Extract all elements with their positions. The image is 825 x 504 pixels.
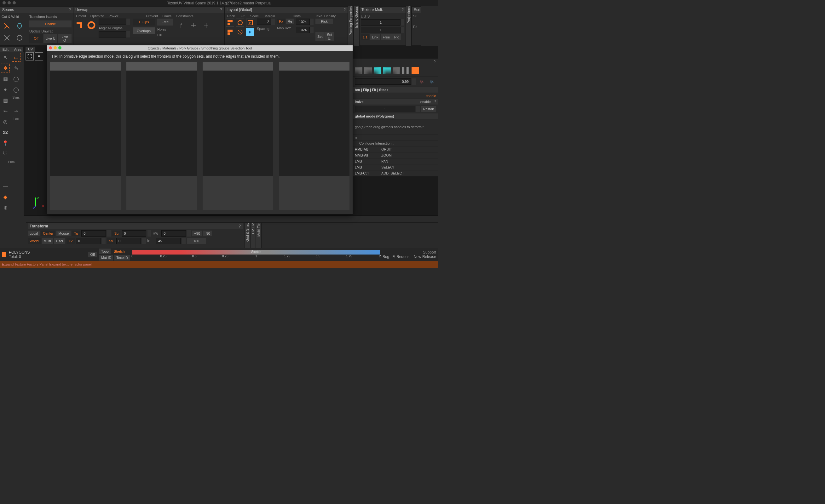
help-icon[interactable]: ? <box>434 60 436 64</box>
island-mode-icon[interactable]: ⊕ <box>1 203 10 212</box>
center-button[interactable]: Center <box>41 231 55 236</box>
dialog-traffic-lights[interactable] <box>49 46 62 50</box>
off-button[interactable]: Off <box>29 34 43 43</box>
pin-icon[interactable]: 📍 <box>1 139 10 148</box>
res2-input[interactable]: 1024 <box>296 27 310 33</box>
enable-button[interactable]: Enable <box>29 20 72 27</box>
circle-sel-icon[interactable]: ◯ <box>12 74 20 83</box>
sphere-icon[interactable]: ● <box>1 85 10 94</box>
packing-properties-tab[interactable]: Packing Properties <box>348 6 354 46</box>
tv-spin[interactable] <box>102 238 105 244</box>
dialog-col-polygroups[interactable] <box>203 62 273 210</box>
tex-spinner1[interactable] <box>400 19 404 25</box>
su-button[interactable]: Su <box>112 231 121 236</box>
auto-seams-icon[interactable] <box>3 33 11 42</box>
scale-icon-2[interactable]: P <box>246 28 254 36</box>
in-input[interactable]: 45 <box>156 238 180 244</box>
bug-link[interactable]: Bug <box>383 255 389 259</box>
grid-preset-1[interactable] <box>355 67 362 74</box>
uv-tab[interactable]: UV <box>25 47 35 52</box>
tu-input[interactable]: 0 <box>81 230 106 237</box>
help-icon[interactable]: ? <box>220 7 222 13</box>
texmult-2[interactable]: 1 <box>361 27 400 33</box>
user-button[interactable]: User <box>54 238 65 244</box>
constraint-v-icon[interactable] <box>202 21 211 29</box>
stretch-button[interactable]: Stretch <box>112 249 127 254</box>
poly-mode-icon[interactable]: ◆ <box>1 192 10 201</box>
dialog-titlebar[interactable]: Objects / Materials / Poly Groups / Smoo… <box>47 46 353 51</box>
one-spinner[interactable] <box>416 106 420 112</box>
weld-icon[interactable] <box>15 21 24 30</box>
edge-mode-icon[interactable]: — <box>1 182 10 190</box>
grid-snap-tab[interactable]: Grid & Snap <box>244 223 250 248</box>
shield-icon[interactable]: 🛡 <box>1 149 10 158</box>
configure-interaction[interactable]: Configure Interaction... <box>353 141 438 147</box>
help-icon[interactable]: ? <box>238 223 241 229</box>
grid-preset-6[interactable] <box>402 67 410 74</box>
help-icon[interactable]: ? <box>344 7 346 13</box>
rw-input[interactable]: 0 <box>161 230 186 237</box>
pic-button[interactable]: Pic <box>392 34 401 40</box>
unfold-icon[interactable] <box>75 20 84 30</box>
pick-button[interactable]: Pick <box>315 19 333 24</box>
pack-icon-1[interactable] <box>226 19 234 27</box>
grid-icon[interactable]: ▦ <box>1 74 10 83</box>
sym-label[interactable]: Sym. <box>12 96 20 104</box>
free-button[interactable]: Free <box>157 19 173 25</box>
free-tex-button[interactable]: Free <box>381 34 392 40</box>
sv-input[interactable]: 0 <box>116 238 141 244</box>
set-button[interactable]: Set <box>315 32 324 41</box>
tv-input[interactable]: 0 <box>76 238 100 244</box>
live-u-button[interactable]: Live U <box>44 34 57 43</box>
overlaps-button[interactable]: Overlaps <box>133 27 155 34</box>
frame-all-icon[interactable]: ⛶ <box>25 52 34 61</box>
power-spinner[interactable] <box>126 19 130 25</box>
uv-tile-tab[interactable]: UV Tile <box>250 223 256 248</box>
tflips-button[interactable]: T Flips <box>133 19 155 25</box>
area-tab[interactable]: Area <box>12 46 24 52</box>
constraint-h-icon[interactable] <box>189 21 198 29</box>
scale-icon-1[interactable]: P <box>246 19 254 27</box>
world-button[interactable]: World <box>28 238 41 244</box>
enable2[interactable]: enable <box>421 100 431 104</box>
x2-button[interactable]: x2 <box>1 128 10 137</box>
ellipse-icon[interactable]: ◯ <box>12 85 20 94</box>
dialog-col-objects[interactable] <box>50 62 121 210</box>
help-icon[interactable]: ? <box>434 100 436 104</box>
arrow-icon[interactable]: ↖ <box>1 53 10 62</box>
val-spinner[interactable] <box>412 78 416 85</box>
tu-spin[interactable] <box>107 230 111 237</box>
grid-preset-4[interactable] <box>383 67 391 74</box>
res-spinner[interactable] <box>310 19 313 25</box>
dialog-col-materials[interactable] <box>126 62 197 210</box>
p90-button[interactable]: +90 <box>192 231 202 236</box>
pack-icon-2[interactable] <box>226 28 234 36</box>
target-icon[interactable]: ◎ <box>1 117 10 126</box>
rw-spin[interactable] <box>187 230 191 237</box>
res-input[interactable]: 1024 <box>296 19 310 25</box>
align-left-icon[interactable]: ⇤ <box>1 106 10 115</box>
texeld-button[interactable]: Texel D <box>115 255 130 260</box>
frequest-link[interactable]: F. Request <box>392 255 410 259</box>
cut-icon[interactable] <box>3 21 11 30</box>
one-input[interactable]: 1 <box>355 106 415 112</box>
frame-sel-icon[interactable]: ≡ <box>35 52 43 61</box>
sv-spin[interactable] <box>142 238 146 244</box>
multi-tile-tab[interactable]: Multi-Tile <box>256 223 261 248</box>
tv-button[interactable]: Tv <box>67 238 75 244</box>
margin-spinner[interactable] <box>271 19 275 25</box>
angles-spinner[interactable] <box>126 31 130 37</box>
optimize-icon[interactable] <box>87 20 96 30</box>
grid-preset-3[interactable] <box>374 67 381 74</box>
constraint-pin-icon[interactable] <box>176 21 185 29</box>
enable-link[interactable]: enable <box>426 94 436 98</box>
mouse-button[interactable]: Mouse <box>56 231 71 236</box>
multi-button[interactable]: Multi <box>42 238 53 244</box>
tree-icon-2[interactable]: ⚛ <box>428 78 435 85</box>
m90-button[interactable]: -90 <box>203 231 212 236</box>
island-groups-tab[interactable]: Island Groups <box>354 6 359 46</box>
re-button[interactable]: Re <box>286 19 294 24</box>
projections-tab[interactable]: Projections <box>406 6 411 46</box>
fit-icon-1[interactable] <box>236 19 244 27</box>
grid-preset-5[interactable] <box>393 67 400 74</box>
